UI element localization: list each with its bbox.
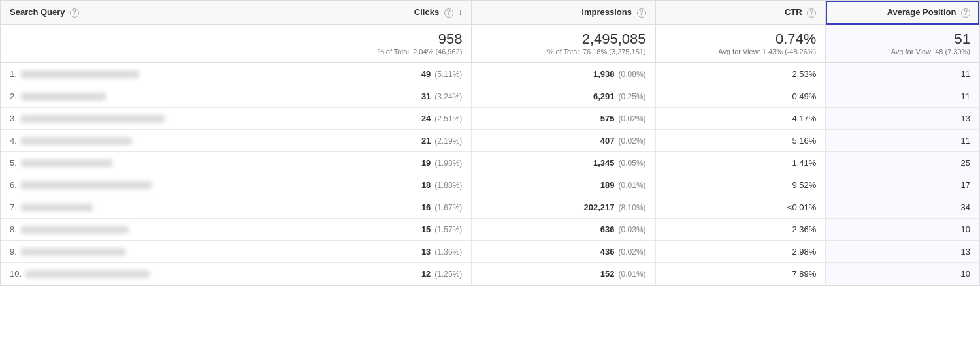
clicks-value: 21 (421, 136, 431, 146)
clicks-pct: (5.11%) (434, 70, 462, 79)
table-row[interactable]: 2. 31(3.24%)6,291(0.25%)0.49%11 (1, 85, 979, 107)
impressions-value: 1,938 (593, 69, 615, 79)
table-row[interactable]: 6. 18(1.88%)189(0.01%)9.52%17 (1, 174, 979, 196)
col-header-clicks[interactable]: Clicks ? ↓ (308, 1, 472, 25)
summary-ctr-cell: 0.74% Avg for View: 1.43% (-48.26%) (655, 25, 826, 63)
avgpos-cell: 13 (826, 240, 979, 262)
ctr-cell: 0.49% (655, 85, 826, 107)
summary-clicks-sub: % of Total: 2.04% (46,962) (318, 48, 463, 55)
avgpos-cell: 17 (826, 174, 979, 196)
query-cell: 8. (1, 218, 308, 240)
summary-ctr-sub: Avg for View: 1.43% (-48.26%) (665, 48, 817, 55)
ctr-cell: <0.01% (655, 196, 826, 218)
impressions-pct: (0.08%) (619, 70, 646, 79)
clicks-sort-arrow: ↓ (458, 8, 462, 17)
table-row[interactable]: 10. 12(1.25%)152(0.01%)7.89%10 (1, 262, 979, 285)
col-header-impressions[interactable]: Impressions ? (472, 1, 655, 25)
row-number: 1. (10, 69, 17, 79)
avgpos-cell: 25 (826, 151, 979, 174)
clicks-pct: (1.67%) (434, 203, 462, 212)
summary-query-cell (1, 25, 308, 63)
avgpos-cell: 10 (826, 218, 979, 240)
impressions-cell: 407(0.02%) (472, 129, 655, 151)
query-text (21, 137, 132, 145)
query-cell: 4. (1, 129, 308, 151)
impressions-pct: (0.01%) (619, 270, 646, 279)
col-header-avgpos[interactable]: Average Position ? (826, 1, 979, 25)
avgpos-cell: 11 (826, 63, 979, 85)
clicks-cell: 18(1.88%) (308, 174, 472, 196)
row-number: 9. (10, 247, 17, 256)
clicks-cell: 21(2.19%) (308, 129, 472, 151)
avgpos-value: 11 (961, 136, 970, 146)
clicks-pct: (1.88%) (434, 181, 462, 190)
ctr-value: 2.53% (792, 69, 816, 79)
ctr-value: 5.16% (792, 136, 816, 146)
ctr-value: 2.36% (792, 225, 816, 234)
table-row[interactable]: 5. 19(1.98%)1,345(0.05%)1.41%25 (1, 151, 979, 174)
impressions-cell: 1,345(0.05%) (472, 151, 655, 174)
impressions-cell: 436(0.02%) (472, 240, 655, 262)
query-help-icon[interactable]: ? (70, 8, 79, 18)
avgpos-value: 10 (961, 269, 970, 279)
clicks-cell: 31(3.24%) (308, 85, 472, 107)
row-number: 7. (10, 202, 17, 212)
row-number: 4. (10, 136, 17, 146)
query-cell: 6. (1, 174, 308, 196)
ctr-help-icon[interactable]: ? (807, 8, 816, 18)
impressions-value: 575 (600, 114, 615, 123)
query-text (21, 204, 93, 211)
impressions-cell: 6,291(0.25%) (472, 85, 655, 107)
impressions-pct: (0.02%) (619, 247, 646, 256)
avgpos-help-icon[interactable]: ? (961, 8, 970, 18)
clicks-pct: (1.25%) (434, 270, 462, 279)
table-row[interactable]: 4. 21(2.19%)407(0.02%)5.16%11 (1, 129, 979, 151)
impressions-pct: (0.02%) (619, 114, 646, 123)
search-query-table: Search Query ? Clicks ? ↓ Impressions ? … (1, 1, 979, 285)
row-number: 6. (10, 180, 17, 190)
summary-clicks-main: 958 (318, 31, 463, 48)
avgpos-cell: 11 (826, 85, 979, 107)
query-text (21, 181, 152, 189)
clicks-pct: (2.19%) (434, 136, 462, 146)
clicks-pct: (2.51%) (434, 114, 462, 123)
clicks-pct: (1.57%) (434, 225, 462, 234)
summary-impressions-main: 2,495,085 (481, 31, 645, 48)
avgpos-cell: 34 (826, 196, 979, 218)
table-row[interactable]: 8. 15(1.57%)636(0.03%)2.36%10 (1, 218, 979, 240)
col-header-clicks-label: Clicks (414, 7, 439, 17)
impressions-value: 6,291 (593, 91, 615, 101)
clicks-help-icon[interactable]: ? (444, 8, 453, 18)
clicks-value: 16 (421, 202, 431, 212)
row-number: 3. (10, 114, 17, 123)
clicks-cell: 16(1.67%) (308, 196, 472, 218)
clicks-pct: (1.98%) (434, 159, 462, 168)
table-row[interactable]: 9. 13(1.36%)436(0.02%)2.98%13 (1, 240, 979, 262)
col-header-query-label: Search Query (10, 7, 65, 17)
col-header-query[interactable]: Search Query ? (1, 1, 308, 25)
avgpos-value: 11 (961, 91, 970, 101)
impressions-pct: (0.01%) (619, 181, 646, 190)
clicks-cell: 13(1.36%) (308, 240, 472, 262)
col-header-ctr[interactable]: CTR ? (655, 1, 826, 25)
table-row[interactable]: 1. 49(5.11%)1,938(0.08%)2.53%11 (1, 63, 979, 85)
query-text (21, 70, 139, 78)
clicks-value: 12 (421, 269, 431, 279)
avgpos-value: 17 (961, 180, 970, 190)
impressions-value: 436 (600, 247, 615, 256)
row-number: 8. (10, 225, 17, 234)
query-cell: 10. (1, 262, 308, 285)
table-row[interactable]: 7. 16(1.67%)202,217(8.10%)<0.01%34 (1, 196, 979, 218)
table-row[interactable]: 3. 24(2.51%)575(0.02%)4.17%13 (1, 107, 979, 129)
ctr-value: <0.01% (787, 202, 816, 212)
clicks-value: 18 (421, 180, 431, 190)
avgpos-value: 11 (961, 69, 970, 79)
query-cell: 9. (1, 240, 308, 262)
table-header-row: Search Query ? Clicks ? ↓ Impressions ? … (1, 1, 979, 25)
clicks-cell: 24(2.51%) (308, 107, 472, 129)
ctr-value: 1.41% (792, 158, 816, 168)
clicks-cell: 19(1.98%) (308, 151, 472, 174)
summary-avgpos-cell: 51 Avg for View: 48 (7.30%) (826, 25, 979, 63)
clicks-value: 24 (421, 114, 431, 123)
impressions-help-icon[interactable]: ? (637, 8, 646, 18)
